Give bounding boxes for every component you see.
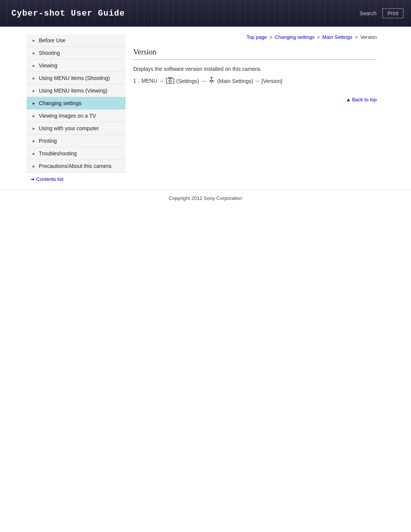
sidebar-arrow: ►: [32, 76, 36, 80]
arrow-icon-1: →: [159, 78, 164, 84]
settings-icon: [166, 77, 174, 85]
contents-link-label: Contents list: [36, 176, 64, 182]
back-to-top-link[interactable]: ▲Back to top: [346, 97, 377, 102]
main-content: Top page > Changing settings > Main Sett…: [126, 34, 384, 186]
sidebar-item-before-use[interactable]: ► Before Use: [27, 34, 126, 47]
back-to-top-label: Back to top: [352, 97, 377, 102]
instruction-prefix: 1．MENU: [133, 78, 157, 85]
sidebar-item-viewing[interactable]: ► Viewing: [27, 59, 126, 72]
sidebar-arrow: ►: [32, 89, 36, 93]
contents-list-link[interactable]: ➔ Contents list: [27, 173, 126, 186]
svg-point-2: [169, 80, 171, 82]
sidebar-arrow: ►: [32, 126, 36, 131]
sidebar-arrow: ►: [32, 164, 36, 168]
sidebar-arrow: ►: [32, 38, 36, 43]
print-button[interactable]: Print: [382, 8, 403, 18]
sidebar-arrow: ►: [32, 51, 36, 55]
main-layout: ► Before Use ► Shooting ► Viewing ► Usin…: [23, 27, 388, 186]
sidebar-item-label: Shooting: [39, 50, 60, 56]
instruction-settings-label: (Settings): [176, 78, 199, 84]
breadcrumb-top-page[interactable]: Top page: [247, 34, 267, 40]
search-button[interactable]: Search: [357, 8, 379, 18]
sidebar-item-label: Using MENU items (Viewing): [39, 88, 107, 94]
svg-rect-1: [169, 77, 172, 78]
content-area: Version Displays the software version in…: [133, 48, 377, 110]
breadcrumb-current: Version: [360, 34, 377, 40]
breadcrumb-sep3: >: [355, 34, 358, 40]
breadcrumb-changing-settings[interactable]: Changing settings: [275, 34, 314, 40]
sidebar-item-label: Before Use: [39, 37, 65, 43]
instruction-line: 1．MENU → (Settings) →: [133, 77, 377, 85]
sidebar-item-troubleshooting[interactable]: ► Troubleshooting: [27, 147, 126, 160]
sidebar-arrow: ►: [32, 114, 36, 118]
sidebar-item-label: Changing settings: [39, 100, 81, 106]
sidebar-item-label: Using with your computer: [39, 125, 99, 131]
sidebar-item-shooting[interactable]: ► Shooting: [27, 47, 126, 59]
sidebar-item-printing[interactable]: ► Printing: [27, 135, 126, 147]
instruction-main-label: (Main Settings): [217, 78, 253, 84]
sidebar-item-label: Precautions/About this camera: [39, 163, 112, 169]
page-title: Version: [133, 48, 377, 60]
arrow-icon-2: →: [201, 78, 206, 84]
instruction-version: [Version]: [261, 78, 282, 84]
sidebar-arrow: ►: [32, 152, 36, 156]
sidebar-item-label: Printing: [39, 138, 57, 144]
arrow-icon-3: →: [255, 78, 260, 84]
sidebar-item-viewing-images-tv[interactable]: ► Viewing images on a TV: [27, 110, 126, 122]
sidebar-item-using-with-computer[interactable]: ► Using with your computer: [27, 122, 126, 135]
copyright-text: Copyright 2012 Sony Corporation: [169, 195, 242, 201]
sidebar: ► Before Use ► Shooting ► Viewing ► Usin…: [27, 34, 126, 186]
main-settings-icon: [208, 77, 215, 85]
back-to-top: ▲Back to top: [133, 97, 377, 102]
sidebar-item-label: Troubleshooting: [39, 150, 77, 157]
footer: Copyright 2012 Sony Corporation: [0, 190, 411, 209]
breadcrumb-main-settings[interactable]: Main Settings: [322, 34, 352, 40]
sidebar-item-label: Viewing: [39, 62, 57, 69]
sidebar-item-label: Viewing images on a TV: [39, 113, 96, 119]
sidebar-arrow: ►: [32, 64, 36, 68]
page-description: Displays the software version installed …: [133, 66, 377, 72]
header-controls: Search Print: [357, 8, 411, 18]
triangle-icon: ▲: [346, 97, 351, 102]
sidebar-arrow: ►: [32, 101, 36, 105]
sidebar-item-using-menu-viewing[interactable]: ► Using MENU items (Viewing): [27, 85, 126, 97]
sidebar-item-label: Using MENU items (Shooting): [39, 75, 110, 81]
sidebar-item-using-menu-shooting[interactable]: ► Using MENU items (Shooting): [27, 72, 126, 85]
header: Cyber-shot User Guide Search Print: [0, 0, 411, 27]
app-title: Cyber-shot User Guide: [0, 9, 125, 18]
sidebar-item-changing-settings[interactable]: ► Changing settings: [27, 97, 126, 110]
sidebar-item-precautions[interactable]: ► Precautions/About this camera: [27, 160, 126, 173]
arrow-icon: ➔: [30, 176, 35, 182]
breadcrumb: Top page > Changing settings > Main Sett…: [133, 34, 377, 40]
breadcrumb-sep2: >: [317, 34, 320, 40]
sidebar-arrow: ►: [32, 139, 36, 143]
breadcrumb-sep: >: [269, 34, 272, 40]
svg-rect-0: [166, 78, 174, 83]
